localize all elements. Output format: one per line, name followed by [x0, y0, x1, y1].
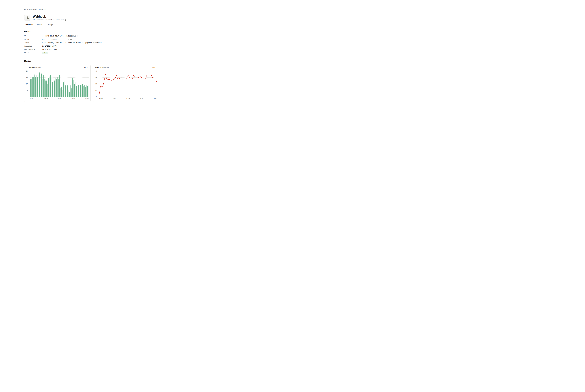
copy-id-button[interactable] — [77, 35, 78, 37]
detail-row-topics: Topics user.created, user.deleted, accou… — [24, 41, 159, 44]
main-content: Event Destinations / Webhook Webhook htt… — [24, 0, 159, 109]
detail-label: Topics — [24, 42, 42, 44]
page-header: Webhook http://mock.hookdeck.com/webhook… — [24, 14, 159, 21]
total-events-card: Total events / Count 24h 08517025534020:… — [24, 65, 90, 102]
svg-text:07:00: 07:00 — [126, 98, 130, 100]
svg-text:0: 0 — [96, 96, 97, 98]
card-title-subtitle: Rate — [105, 66, 109, 68]
svg-text:85: 85 — [27, 90, 28, 91]
card-title: Event errors / Rate — [95, 66, 109, 68]
detail-row-created-at: Created at Nov 17 2024, 8:05 PM — [24, 44, 159, 48]
copy-url-button[interactable] — [65, 19, 66, 21]
chevron-updown-icon — [87, 67, 88, 68]
detail-row-last-updated: Last updated at Nov 17 2024, 9:10 PM — [24, 48, 159, 51]
svg-text:340: 340 — [26, 70, 28, 72]
tab-settings[interactable]: Settings — [46, 24, 54, 27]
details-rows: ID b4925365-b8cf-42b7-a762-aa1a539177a5 … — [24, 34, 159, 54]
detail-label: Status — [24, 52, 42, 54]
svg-text:02:00: 02:00 — [44, 98, 48, 100]
svg-text:170: 170 — [26, 83, 28, 85]
event-errors-card: Event errors / Rate 24h 08517025534020:3… — [93, 65, 159, 102]
copy-icon — [65, 19, 66, 21]
page-title: Webhook — [33, 15, 66, 18]
metrics-heading: Metrics — [24, 60, 159, 62]
svg-text:170: 170 — [95, 83, 97, 85]
detail-label: Last updated at — [24, 48, 42, 50]
svg-text:19:30: 19:30 — [154, 98, 157, 100]
url-row: http://mock.hookdeck.com/webhooks/events — [33, 19, 66, 21]
details-section: Details ID b4925365-b8cf-42b7-a762-aa1a5… — [24, 30, 159, 54]
svg-text:340: 340 — [95, 70, 97, 72]
svg-text:85: 85 — [96, 90, 97, 91]
copy-icon — [70, 38, 72, 40]
svg-text:0: 0 — [28, 96, 28, 98]
detail-row-status: Status Active — [24, 51, 159, 54]
breadcrumb-webhook[interactable]: Webhook — [39, 9, 46, 10]
breadcrumb-event-destinations[interactable]: Event Destinations — [24, 9, 37, 10]
range-selector-total-events[interactable]: 24h — [84, 66, 88, 68]
svg-text:07:00: 07:00 — [58, 98, 62, 100]
svg-text:12:30: 12:30 — [72, 98, 75, 100]
breadcrumb-separator: / — [38, 9, 38, 10]
breadcrumb: Event Destinations / Webhook — [24, 9, 159, 10]
detail-value-status: Active — [42, 52, 48, 54]
tab-bar: Overview Events Settings — [24, 24, 159, 27]
card-title-main: Total events — [26, 66, 35, 68]
tab-overview[interactable]: Overview — [24, 24, 34, 27]
chevron-updown-icon — [156, 67, 157, 68]
range-label: 24h — [84, 66, 86, 68]
range-selector-event-errors[interactable]: 24h — [152, 66, 157, 68]
svg-text:12:30: 12:30 — [140, 98, 144, 100]
card-title: Total events / Count — [26, 66, 41, 68]
detail-label: ID — [24, 35, 42, 37]
id-value: b4925365-b8cf-42b7-a762-aa1a539177a5 — [42, 35, 76, 37]
details-heading: Details — [24, 30, 159, 33]
eye-icon — [68, 38, 69, 40]
svg-text:20:30: 20:30 — [99, 98, 102, 100]
tab-events[interactable]: Events — [36, 24, 44, 27]
svg-text:19:30: 19:30 — [85, 98, 89, 100]
range-label: 24h — [152, 66, 155, 68]
detail-value-created-at: Nov 17 2024, 8:05 PM — [42, 45, 57, 47]
card-title-separator: / — [36, 66, 36, 68]
webhook-icon — [24, 14, 30, 21]
event-errors-chart: 08517025534020:3002:0007:0012:3019:30 — [95, 70, 157, 100]
detail-value-last-updated: Nov 17 2024, 9:10 PM — [42, 48, 57, 50]
metrics-section: Metrics Total events / Count 24h — [24, 60, 159, 109]
card-header: Event errors / Rate 24h — [95, 66, 157, 68]
svg-text:255: 255 — [95, 77, 97, 78]
svg-text:20:30: 20:30 — [30, 98, 34, 100]
svg-text:255: 255 — [26, 77, 28, 78]
card-header: Total events / Count 24h — [26, 66, 88, 68]
secret-value: asd*********************** — [42, 38, 66, 40]
metric-cards: Total events / Count 24h 08517025534020:… — [24, 65, 159, 102]
detail-label: Created at — [24, 45, 42, 47]
detail-value-secret: asd*********************** — [42, 38, 72, 40]
detail-label: Secret — [24, 38, 42, 40]
svg-text:02:00: 02:00 — [113, 98, 116, 100]
webhook-url: http://mock.hookdeck.com/webhooks/events — [33, 19, 64, 21]
title-block: Webhook http://mock.hookdeck.com/webhook… — [33, 15, 66, 21]
detail-row-id: ID b4925365-b8cf-42b7-a762-aa1a539177a5 — [24, 34, 159, 38]
status-badge: Active — [42, 52, 48, 54]
detail-value-topics: user.created, user.deleted, account.disa… — [42, 42, 102, 44]
copy-icon — [77, 35, 78, 37]
copy-secret-button[interactable] — [70, 38, 72, 40]
card-title-main: Event errors — [95, 66, 104, 68]
total-events-chart: 08517025534020:3002:0007:0012:3019:30 — [26, 70, 88, 100]
card-title-subtitle: Count — [36, 66, 40, 68]
reveal-secret-button[interactable] — [68, 38, 69, 40]
card-title-separator: / — [104, 66, 105, 68]
detail-row-secret: Secret asd*********************** — [24, 38, 159, 41]
detail-value-id: b4925365-b8cf-42b7-a762-aa1a539177a5 — [42, 35, 78, 37]
